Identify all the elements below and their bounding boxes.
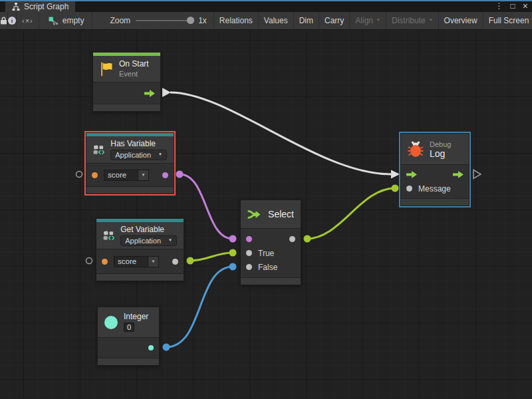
zoom-slider-handle[interactable] [187, 17, 194, 24]
flag-icon [100, 62, 113, 76]
window-controls: ⋮ □ × [495, 1, 528, 11]
integer-type-icon [104, 316, 118, 329]
flow-output-port[interactable] [144, 90, 155, 97]
graph-canvas[interactable]: On Start Event [0, 30, 532, 399]
node-body [98, 337, 159, 358]
node-has-variable[interactable]: Has Variable Application ▼ score ▼ [86, 132, 174, 194]
unconnected-port-get-variable-name[interactable] [86, 258, 92, 264]
false-input-port[interactable] [246, 264, 252, 270]
variable-scope-dropdown[interactable]: Application ▼ [110, 150, 167, 160]
integer-value-field[interactable]: 0 [124, 323, 134, 332]
flow-output-port[interactable] [453, 171, 464, 178]
variables-icon [93, 142, 104, 158]
node-title: Integer [124, 313, 148, 321]
zoom-label: Zoom [110, 16, 130, 25]
unconnected-port-has-variable-name[interactable] [76, 172, 82, 178]
node-title: On Start [119, 60, 149, 68]
toolbar-button-carry[interactable]: Carry [319, 12, 349, 29]
code-view-toggle[interactable]: ‹×› [17, 12, 39, 29]
node-body: score ▼ [86, 163, 174, 187]
zoom-slider[interactable] [136, 20, 193, 21]
info-icon: i [8, 17, 16, 25]
node-title: Select [268, 210, 294, 219]
tab-bar: Script Graph ⋮ □ × [0, 0, 532, 12]
info-button[interactable]: i [8, 12, 17, 29]
chevron-down-icon: ▼ [148, 256, 159, 267]
message-port-label: Message [418, 184, 451, 194]
node-select[interactable]: Select True False [240, 200, 301, 285]
wire-onstart-to-debuglog [162, 88, 400, 179]
toolbar-button-relations[interactable]: Relations [213, 12, 258, 29]
toolbar-button-overview[interactable]: Overview [438, 12, 483, 29]
unconnected-flow-out-debug-log[interactable] [473, 170, 481, 179]
integer-output-port[interactable] [148, 345, 154, 350]
node-surtitle: Debug [430, 140, 451, 148]
variable-name-dropdown[interactable]: score ▼ [114, 256, 159, 267]
wire-getvariable-to-select-true [187, 249, 237, 265]
true-input-port[interactable] [246, 250, 252, 256]
graph-toolbar: i ‹×› empty Zoom 1x Relations Values Dim [0, 12, 532, 30]
flow-input-port[interactable] [406, 171, 417, 178]
toolbar-button-dim[interactable]: Dim [293, 12, 319, 29]
variables-icon [103, 228, 114, 243]
graph-breadcrumb[interactable]: empty [39, 12, 93, 29]
node-integer[interactable]: Integer 0 [97, 307, 160, 366]
wire-hasvariable-to-select [176, 171, 237, 243]
variable-scope-dropdown[interactable]: Application ▼ [120, 235, 177, 246]
node-title: Has Variable [110, 140, 167, 148]
focus-accent-line [0, 0, 532, 1]
result-output-port[interactable] [162, 172, 168, 178]
true-port-label: True [258, 249, 274, 258]
chevron-down-icon: ▼ [168, 238, 172, 242]
breadcrumb-label: empty [63, 16, 84, 25]
variable-name-dropdown[interactable]: score ▼ [104, 170, 149, 181]
lock-button[interactable] [0, 12, 8, 29]
tab-script-graph[interactable]: Script Graph [5, 1, 75, 12]
script-graph-window: Script Graph ⋮ □ × i ‹×› [0, 0, 532, 399]
toolbar-button-distribute[interactable]: Distribute ▼ [386, 12, 438, 29]
node-body: True False [241, 228, 301, 278]
menu-icon[interactable]: ⋮ [495, 1, 503, 11]
condition-input-port[interactable] [246, 236, 252, 242]
wire-select-to-debuglog-message [304, 185, 399, 243]
node-header: Has Variable Application ▼ [86, 136, 174, 163]
node-header: On Start Event [93, 56, 160, 82]
tab-title: Script Graph [24, 2, 68, 11]
toolbar-right-group: Relations Values Dim Carry Align ▼ Distr… [213, 12, 532, 29]
variable-name-port[interactable] [102, 259, 108, 265]
node-title: Log [430, 150, 451, 158]
lock-icon [0, 17, 7, 25]
toolbar-button-values[interactable]: Values [258, 12, 293, 29]
maximize-icon[interactable]: □ [511, 1, 515, 11]
graph-hierarchy-icon [12, 3, 20, 11]
zoom-value: 1x [198, 16, 207, 25]
value-output-port[interactable] [172, 259, 178, 265]
toolbar-button-fullscreen[interactable]: Full Screen [483, 12, 532, 29]
node-body: Message [401, 164, 469, 199]
false-port-label: False [258, 263, 277, 272]
node-footer [93, 104, 160, 111]
node-header: Select [241, 200, 301, 228]
code-toggle-icon: ‹×› [22, 17, 33, 25]
chevron-down-icon: ▼ [376, 18, 380, 22]
bug-icon [408, 141, 424, 158]
variable-name-port[interactable] [92, 172, 98, 178]
message-input-port[interactable] [406, 186, 412, 192]
node-on-start[interactable]: On Start Event [92, 52, 161, 112]
selection-output-port[interactable] [289, 236, 295, 242]
node-footer [86, 187, 174, 194]
node-footer [241, 278, 301, 285]
node-header: Debug Log [401, 134, 469, 164]
node-debug-log[interactable]: Debug Log Message [400, 133, 469, 206]
zoom-control: Zoom 1x [92, 12, 213, 29]
close-icon[interactable]: × [523, 1, 528, 11]
node-header: Integer 0 [98, 307, 159, 337]
chevron-down-icon: ▼ [429, 18, 433, 22]
chevron-down-icon: ▼ [158, 152, 162, 156]
node-footer [96, 274, 184, 281]
toolbar-button-align[interactable]: Align ▼ [349, 12, 386, 29]
node-header: Get Variable Application ▼ [96, 222, 184, 249]
node-body [93, 82, 160, 104]
node-get-variable[interactable]: Get Variable Application ▼ score ▼ [96, 218, 184, 281]
graph-pointer-icon [49, 17, 59, 25]
